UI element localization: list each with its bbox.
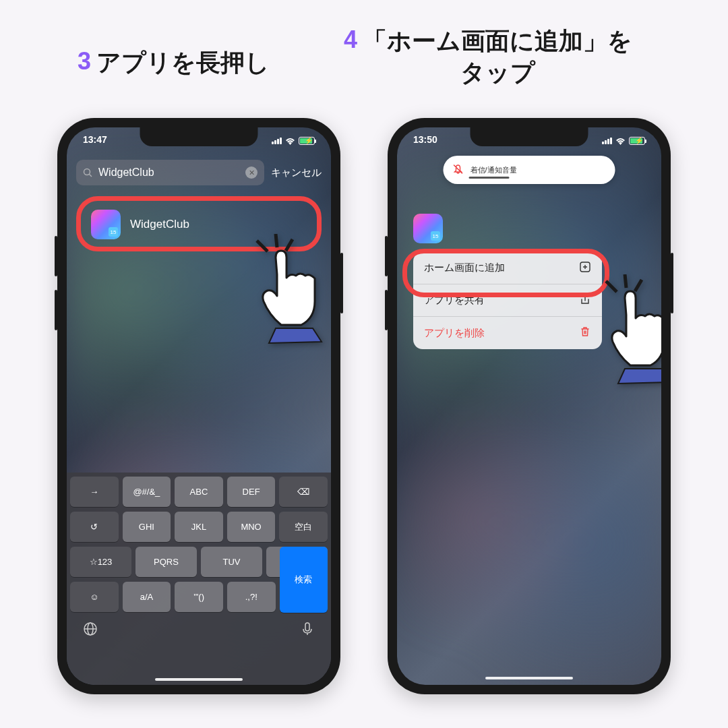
svg-rect-8 [305,623,309,631]
key-tuv[interactable]: TUV [201,547,262,577]
search-field[interactable]: WidgetClub ✕ [76,160,264,185]
app-icon-badge: 15 [431,231,440,241]
step-4-number: 4 [344,26,357,54]
battery-icon: ⚡ [299,137,315,145]
svg-line-14 [635,280,642,291]
key-quotes[interactable]: '"() [175,582,223,612]
step-3-text: アプリを長押し [96,47,270,79]
clear-search-button[interactable]: ✕ [245,166,257,179]
key-pqrs[interactable]: PQRS [135,547,197,577]
key-symbols[interactable]: @#/&_ [123,477,171,507]
status-icons: ⚡ [272,134,315,148]
key-emoji[interactable]: ☺ [70,582,119,612]
key-backspace[interactable]: ⌫ [279,477,328,507]
signal-icon [602,138,612,144]
step-3-number: 3 [78,47,91,75]
tap-hand-icon [249,234,331,351]
key-def[interactable]: DEF [227,477,276,507]
phone-screen-right: 13:50 ⚡ 着信/通知音量 15 ホーム画面に追加 [397,127,661,685]
key-next[interactable]: → [70,477,119,507]
svg-line-13 [625,274,626,288]
mic-icon[interactable] [299,621,315,640]
battery-icon: ⚡ [629,137,645,145]
tap-hand-icon [598,274,661,392]
status-time: 13:50 [413,134,437,148]
svg-line-3 [276,234,277,247]
key-ghi[interactable]: GHI [123,512,171,542]
key-undo[interactable]: ↺ [70,512,119,542]
globe-icon[interactable] [82,621,98,640]
wifi-icon [615,138,626,145]
key-punct[interactable]: .,?! [227,582,276,612]
svg-line-4 [286,239,293,251]
bell-slash-icon [453,164,464,177]
key-123[interactable]: ☆123 [70,547,131,577]
volume-indicator: 着信/通知音量 [444,156,615,184]
key-mno[interactable]: MNO [227,512,276,542]
volume-label: 着信/通知音量 [471,165,606,175]
notch [471,127,588,146]
svg-line-12 [606,281,617,292]
svg-line-1 [90,174,92,177]
key-case[interactable]: a/A [123,582,171,612]
key-search[interactable]: 検索 [280,547,328,613]
menu-delete-app[interactable]: アプリを削除 [413,317,602,349]
key-abc[interactable]: ABC [175,477,223,507]
home-indicator[interactable] [485,677,573,679]
svg-line-2 [257,241,268,251]
search-cancel-button[interactable]: キャンセル [271,166,322,179]
phone-mockup-left: 13:47 ⚡ WidgetClub ✕ キャンセル 15 WidgetClub [57,118,340,694]
signal-icon [272,138,282,144]
notch [140,127,258,146]
status-icons: ⚡ [602,134,645,148]
step-3-header: 3 アプリを長押し [78,47,270,79]
app-icon[interactable]: 15 [413,214,443,243]
key-jkl[interactable]: JKL [175,512,223,542]
phone-mockup-right: 13:50 ⚡ 着信/通知音量 15 ホーム画面に追加 [388,118,671,694]
trash-icon [579,326,591,340]
search-icon [83,168,93,178]
key-space[interactable]: 空白 [279,512,328,542]
highlight-ring [402,249,609,297]
status-time: 13:47 [83,134,107,148]
phone-screen-left: 13:47 ⚡ WidgetClub ✕ キャンセル 15 WidgetClub [67,127,331,685]
wifi-icon [285,138,295,145]
keyboard[interactable]: → @#/&_ ABC DEF ⌫ ↺ GHI JKL MNO 空白 ☆123 … [67,473,331,685]
search-row: WidgetClub ✕ キャンセル [76,160,322,185]
step-4-header: 4 「ホーム画面に追加」を タップ [344,26,721,89]
home-indicator[interactable] [155,678,243,681]
svg-point-0 [84,169,90,175]
step-4-text: 「ホーム画面に追加」を タップ [363,26,632,89]
search-value: WidgetClub [98,166,240,179]
menu-delete-label: アプリを削除 [424,327,485,340]
